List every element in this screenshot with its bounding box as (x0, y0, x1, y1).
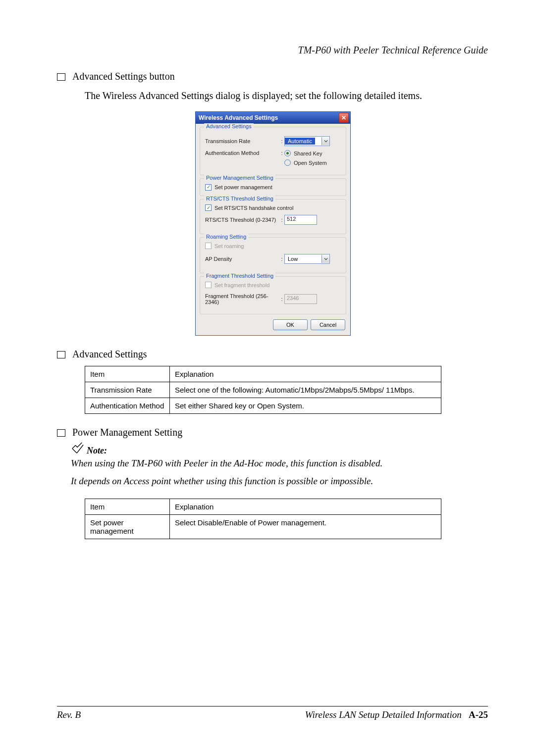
bullet-advanced-settings-button: Advanced Settings button (57, 71, 488, 82)
label-ap-density: AP Density (205, 256, 279, 262)
label-transmission-rate: Transmission Rate (205, 138, 279, 144)
label-auth-method: Authentication Method (205, 150, 279, 156)
bullet-text: Advanced Settings (72, 349, 147, 360)
bullet-text: Advanced Settings button (72, 71, 175, 82)
dialog-titlebar: Wireless Advanced Settings ✕ (196, 112, 350, 124)
note-line-1: When using the TM-P60 with Peeler in the… (71, 458, 488, 469)
fragment-threshold-input: 2346 (284, 294, 317, 304)
bullet-power-management: Power Management Setting (57, 427, 488, 438)
header-explanation: Explanation (170, 499, 441, 515)
header-item: Item (85, 366, 170, 382)
group-legend: Roaming Setting (204, 234, 248, 240)
cell-explanation: Select one of the following: Automatic/1… (170, 382, 441, 398)
cell-explanation: Set either Shared key or Open System. (170, 398, 441, 414)
checkbox-set-power-management[interactable]: ✓ Set power management (205, 184, 272, 191)
chevron-down-icon (321, 137, 329, 145)
group-roaming: Roaming Setting Set roaming AP Density :… (200, 237, 346, 273)
group-power-management: Power Management Setting ✓ Set power man… (200, 178, 346, 196)
group-legend: Fragment Threshold Setting (204, 273, 275, 279)
cancel-button[interactable]: Cancel (311, 319, 345, 330)
header-explanation: Explanation (170, 366, 441, 382)
rts-threshold-input[interactable]: 512 (284, 215, 317, 225)
dropdown-selected-value: Low (285, 255, 301, 262)
cell-item: Transmission Rate (85, 382, 170, 398)
radio-shared-key[interactable]: Shared Key (284, 150, 327, 156)
label-rts-threshold: RTS/CTS Threshold (0-2347) (205, 217, 279, 223)
table-row: Set power management Select Disable/Enab… (85, 515, 441, 539)
dialog-screenshot: Wireless Advanced Settings ✕ Advanced Se… (195, 111, 350, 336)
table-header-row: Item Explanation (85, 499, 441, 515)
table-row: Authentication Method Set either Shared … (85, 398, 441, 414)
checkbox-rts-handshake[interactable]: ✓ Set RTS/CTS handshake control (205, 204, 293, 211)
cell-explanation: Select Disable/Enable of Power managemen… (170, 515, 441, 539)
bullet-advanced-settings: Advanced Settings (57, 349, 488, 360)
bullet-icon (57, 351, 65, 358)
group-rts-cts: RTS/CTS Threshold Setting ✓ Set RTS/CTS … (200, 199, 346, 235)
power-management-table: Item Explanation Set power management Se… (85, 499, 441, 539)
cell-item: Authentication Method (85, 398, 170, 414)
chevron-down-icon (321, 255, 329, 263)
footer-section-title: Wireless LAN Setup Detailed Information (305, 709, 462, 720)
running-header: TM-P60 with Peeler Technical Reference G… (57, 45, 488, 56)
page-footer: Rev. B Wireless LAN Setup Detailed Infor… (57, 706, 488, 720)
group-advanced-settings: Advanced Settings Transmission Rate : Au… (200, 127, 346, 175)
note-label: Note: (87, 446, 107, 456)
checkbox-label: Set RTS/CTS handshake control (214, 205, 293, 211)
note-line-2: It depends on Access point whether using… (71, 476, 488, 487)
checkbox-label: Set fragment threshold (214, 282, 269, 288)
bullet-icon (57, 73, 65, 81)
bullet-text: Power Management Setting (72, 427, 182, 438)
footer-page-number: A-25 (469, 709, 488, 720)
checkbox-set-fragment-threshold: Set fragment threshold (205, 282, 269, 288)
checkbox-label: Set roaming (214, 243, 244, 249)
header-item: Item (85, 499, 170, 515)
label-fragment-threshold: Fragment Threshold (256-2346) (205, 293, 279, 305)
group-legend: Power Management Setting (204, 175, 275, 181)
checkbox-set-roaming: Set roaming (205, 243, 244, 249)
table-row: Transmission Rate Select one of the foll… (85, 382, 441, 398)
radio-label: Shared Key (294, 151, 322, 156)
cell-item: Set power management (85, 515, 170, 539)
table-header-row: Item Explanation (85, 366, 441, 382)
group-legend: RTS/CTS Threshold Setting (204, 196, 275, 202)
radio-open-system[interactable]: Open System (284, 159, 327, 166)
group-fragment-threshold: Fragment Threshold Setting Set fragment … (200, 276, 346, 314)
bullet-icon (57, 429, 65, 437)
ok-button[interactable]: OK (273, 319, 308, 330)
close-icon[interactable]: ✕ (339, 113, 349, 123)
footer-rev: Rev. B (57, 709, 81, 720)
dialog-title: Wireless Advanced Settings (199, 114, 278, 121)
ap-density-dropdown[interactable]: Low (284, 254, 330, 264)
checkbox-label: Set power management (214, 184, 272, 190)
footer-right: Wireless LAN Setup Detailed Information … (305, 709, 488, 720)
intro-paragraph: The Wireless Advanced Settings dialog is… (85, 90, 488, 101)
transmission-rate-dropdown[interactable]: Automatic (284, 136, 330, 146)
dropdown-selected-value: Automatic (285, 138, 315, 145)
group-legend: Advanced Settings (204, 123, 254, 129)
advanced-settings-table: Item Explanation Transmission Rate Selec… (85, 366, 441, 414)
radio-label: Open System (294, 160, 327, 166)
note-icon (71, 442, 85, 456)
